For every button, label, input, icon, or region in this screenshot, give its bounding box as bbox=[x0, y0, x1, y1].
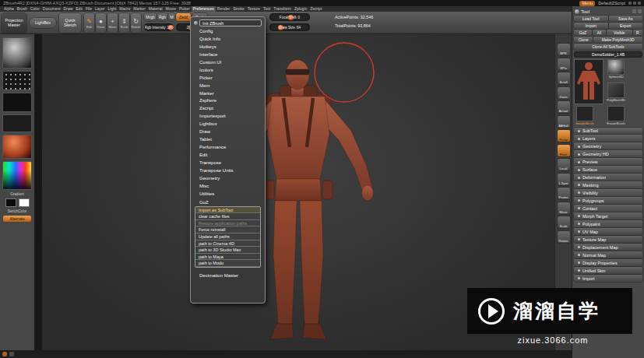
stroke-thumbnail[interactable] bbox=[2, 71, 32, 90]
current-brush-thumbnail[interactable] bbox=[2, 37, 32, 68]
tool-subpalette-button[interactable]: Morph Target bbox=[574, 212, 642, 219]
mrgb-button[interactable]: Mrgb bbox=[144, 13, 157, 21]
preferences-menu-item[interactable]: Mem bbox=[192, 82, 263, 90]
focal-shift-slider[interactable]: Focal Shift 0 bbox=[269, 13, 310, 21]
menu-item[interactable]: File bbox=[84, 6, 93, 12]
menu-item[interactable]: Render bbox=[216, 6, 231, 12]
menu-item[interactable]: Macro bbox=[118, 6, 132, 12]
rgb-intensity-slider[interactable]: Rgb Intensity 100 bbox=[144, 23, 174, 31]
canvas-control-button[interactable]: Scale bbox=[558, 216, 570, 228]
m-button[interactable]: M bbox=[168, 13, 175, 21]
tool-subpalette-button[interactable]: UV Map bbox=[574, 228, 642, 235]
goz-submenu-item[interactable]: path to Maya bbox=[195, 254, 260, 261]
preferences-menu-item[interactable]: Importexport bbox=[192, 113, 263, 121]
rotate-mode-button[interactable]: ↻ Rotate bbox=[131, 13, 141, 33]
clone-all-subtools-button[interactable]: Clone All SubTools bbox=[574, 44, 642, 50]
load-tool-button[interactable]: Load Tool bbox=[574, 16, 608, 22]
make-polymesh3d-button[interactable]: Make PolyMesh3D bbox=[593, 37, 642, 43]
preferences-menu-item[interactable]: Lightbox bbox=[192, 121, 263, 128]
canvas-control-button[interactable]: L.Sym bbox=[558, 174, 570, 185]
preferences-menu-item[interactable]: Draw bbox=[192, 128, 263, 136]
menu-item[interactable]: Edit bbox=[74, 6, 84, 12]
menu-toggle-button[interactable]: Menu bbox=[579, 1, 595, 6]
tool-subpalette-button[interactable]: Deformation bbox=[574, 174, 642, 181]
goz-submenu-item[interactable]: path to Modo bbox=[195, 260, 260, 267]
tool-subpalette-button[interactable]: Contact bbox=[574, 205, 642, 212]
tool-subpalette-button[interactable]: Geometry bbox=[574, 142, 642, 149]
alternate-button[interactable]: Alternate bbox=[3, 216, 31, 222]
import-button[interactable]: Import bbox=[574, 23, 608, 29]
goz-submenu-item[interactable]: Force reinstall bbox=[195, 226, 260, 233]
preferences-menu-item[interactable]: Edit bbox=[192, 152, 263, 160]
preferences-menu-item[interactable]: Utilities bbox=[192, 191, 263, 198]
texture-thumbnail[interactable] bbox=[2, 114, 32, 132]
canvas-control-button[interactable]: SPix bbox=[558, 58, 570, 70]
goz-section-label[interactable]: GoZ bbox=[192, 198, 263, 206]
menu-item[interactable]: Zplugin bbox=[293, 6, 308, 12]
tool-subpalette-button[interactable]: Preview bbox=[574, 158, 642, 165]
menu-item[interactable]: Transform bbox=[272, 6, 293, 12]
menu-item[interactable]: Draw bbox=[62, 6, 75, 12]
menu-item[interactable]: Marker bbox=[132, 6, 147, 12]
preferences-menu-item[interactable]: Quick Info bbox=[192, 36, 263, 44]
quick-pick-thumbnail[interactable] bbox=[607, 59, 625, 75]
preferences-menu-item[interactable]: Transpose bbox=[192, 160, 263, 167]
canvas-control-button[interactable]: Persp bbox=[558, 130, 570, 142]
main-color-swatch[interactable] bbox=[5, 198, 16, 207]
secondary-color-swatch[interactable] bbox=[19, 198, 30, 207]
menu-item[interactable]: Document bbox=[41, 6, 62, 12]
decimation-master-item[interactable]: Decimation Master bbox=[192, 272, 263, 280]
preferences-menu-item[interactable]: Transpose Units bbox=[192, 167, 263, 175]
tool-subpalette-button[interactable]: Polygroups bbox=[574, 197, 642, 204]
tool-subpalette-button[interactable]: Geometry HD bbox=[574, 150, 642, 157]
menu-item[interactable]: Brush bbox=[16, 6, 29, 12]
preferences-menu-item[interactable]: Geometry bbox=[192, 175, 263, 183]
alpha-thumbnail[interactable] bbox=[2, 93, 32, 112]
lightbox-button[interactable]: LightBox bbox=[30, 18, 56, 28]
menu-item[interactable]: Zscript bbox=[308, 6, 323, 12]
goz-button[interactable]: GoZ bbox=[574, 30, 592, 36]
projection-master-button[interactable]: Projection Master bbox=[2, 13, 26, 33]
bottom-bar-icon[interactable] bbox=[9, 352, 14, 356]
tool-subpalette-button[interactable]: Surface bbox=[574, 166, 642, 173]
save-as-button[interactable]: Save As bbox=[609, 16, 643, 22]
menu-item[interactable]: Layer bbox=[93, 6, 107, 12]
preferences-menu-item[interactable]: Zsphere bbox=[192, 97, 263, 105]
menu-item[interactable]: Texture bbox=[246, 6, 262, 12]
export-button[interactable]: Export bbox=[609, 23, 643, 29]
palette-corner-icons[interactable] bbox=[632, 9, 642, 13]
tool-subpalette-button[interactable]: Texture Map bbox=[574, 236, 642, 243]
preferences-menu-item[interactable]: Custom UI bbox=[192, 59, 263, 67]
init-zbrush-button[interactable]: Init ZBrush bbox=[199, 19, 262, 26]
canvas-control-button[interactable]: AAHalf bbox=[558, 116, 570, 128]
menu-item[interactable]: Movie bbox=[164, 6, 178, 12]
goz-r-button[interactable]: R bbox=[633, 30, 643, 36]
quick-pick-thumbnail[interactable] bbox=[607, 82, 625, 98]
quick-pick-tool[interactable]: EraserBrush bbox=[607, 106, 625, 125]
preferences-menu-item[interactable]: Interface bbox=[192, 51, 263, 59]
goz-submenu-item[interactable]: Restore application paths bbox=[195, 220, 260, 227]
window-controls[interactable] bbox=[628, 2, 641, 5]
menu-item[interactable]: Color bbox=[29, 6, 41, 12]
goz-submenu-item[interactable]: Import as SubTool bbox=[195, 207, 260, 214]
clone-button[interactable]: Clone bbox=[574, 37, 593, 43]
scale-mode-button[interactable]: ⇕ Scale bbox=[119, 13, 129, 33]
tool-subpalette-button[interactable]: Layers bbox=[574, 135, 642, 142]
menu-item[interactable]: Tool bbox=[262, 6, 272, 12]
preferences-menu-item[interactable]: Misc bbox=[192, 183, 263, 191]
move-mode-button[interactable]: + Move bbox=[107, 13, 118, 33]
draw-size-slider[interactable]: Draw Size 64 bbox=[269, 23, 310, 31]
tool-subpalette-button[interactable]: Visibility bbox=[574, 189, 642, 196]
quick-pick-tool[interactable]: Sphere3D bbox=[607, 59, 625, 79]
tool-subpalette-button[interactable]: Polypaint bbox=[574, 220, 642, 227]
color-picker[interactable] bbox=[2, 161, 32, 190]
menu-item[interactable]: Alpha bbox=[2, 6, 16, 12]
tool-subpalette-button[interactable]: Display Properties bbox=[574, 259, 642, 266]
goz-submenu-item[interactable]: Update all paths bbox=[195, 233, 260, 240]
goz-submenu-item[interactable]: path to Cinema 4D bbox=[195, 240, 260, 247]
menu-item[interactable]: Preferences bbox=[192, 6, 216, 12]
canvas-control-button[interactable]: Actual bbox=[558, 101, 570, 113]
canvas-control-button[interactable]: Move bbox=[558, 202, 570, 214]
quick-pick-thumbnail[interactable] bbox=[607, 106, 625, 121]
quick-pick-thumbnail[interactable] bbox=[576, 106, 593, 121]
